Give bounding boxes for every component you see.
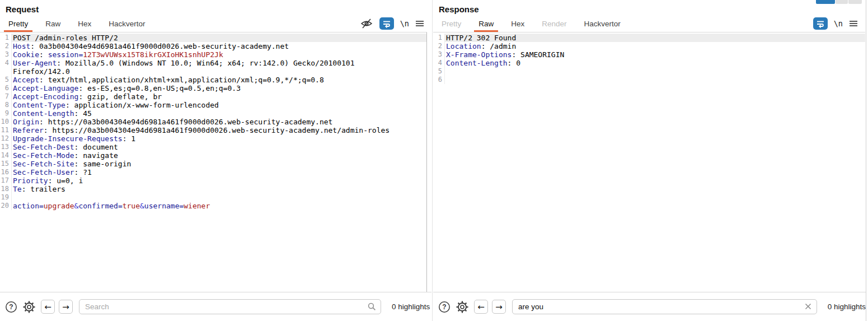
line-text: action=upgrade&confirmed=true&username=w… [12, 202, 426, 210]
response-title: Response [439, 4, 479, 14]
line-number: 4 [433, 59, 445, 67]
soft-wrap-icon[interactable] [813, 17, 828, 30]
tab-hackvertor[interactable]: Hackvertor [579, 17, 626, 32]
editor-line[interactable]: 1HTTP/2 302 Found [433, 34, 865, 42]
editor-line[interactable]: 6Accept-Language: es-ES,es;q=0.8,en-US;q… [0, 84, 426, 92]
editor-line[interactable]: 10Origin: https://0a3b004304e94d6981a461… [0, 118, 426, 126]
line-text: Te: trailers [12, 185, 426, 193]
response-highlights-count: 0 highlights [828, 303, 866, 311]
line-text: Sec-Fetch-User: ?1 [12, 168, 426, 176]
line-number: 6 [433, 76, 445, 84]
line-text: Accept-Encoding: gzip, deflate, br [12, 92, 426, 101]
editor-line[interactable]: 7Accept-Encoding: gzip, deflate, br [0, 92, 426, 101]
line-text: Host: 0a3b004304e94d6981a461f9000d0026.w… [12, 42, 426, 50]
line-text: Sec-Fetch-Dest: document [12, 143, 426, 151]
help-icon[interactable]: ? [5, 301, 17, 313]
editor-line[interactable]: 15Sec-Fetch-Site: same-origin [0, 160, 426, 168]
svg-text:?: ? [9, 303, 13, 311]
show-newlines-icon[interactable]: \n [834, 19, 843, 28]
eye-off-icon[interactable] [360, 18, 373, 29]
editor-line[interactable]: Firefox/142.0 [0, 67, 426, 76]
tab-raw[interactable]: Raw [40, 17, 65, 32]
line-number: 14 [0, 151, 12, 160]
editor-line[interactable]: 6 [433, 76, 865, 84]
editor-line[interactable]: 1POST /admin-roles HTTP/2 [0, 34, 426, 42]
line-text [445, 67, 865, 76]
pane-layout-switcher [816, 0, 862, 4]
line-text: Content-Type: application/x-www-form-url… [12, 101, 426, 109]
search-prev-button[interactable]: ← [474, 300, 488, 314]
line-number: 12 [0, 134, 12, 143]
line-text: User-Agent: Mozilla/5.0 (Windows NT 10.0… [12, 59, 426, 67]
request-search-input[interactable] [79, 299, 381, 314]
line-text [445, 76, 865, 84]
line-number: 6 [0, 84, 12, 92]
editor-line[interactable]: 4User-Agent: Mozilla/5.0 (Windows NT 10.… [0, 59, 426, 67]
line-number: 17 [0, 176, 12, 185]
search-prev-button[interactable]: ← [41, 300, 55, 314]
editor-line[interactable]: 3X-Frame-Options: SAMEORIGIN [433, 50, 865, 59]
editor-line[interactable]: 19 [0, 193, 426, 202]
editor-line[interactable]: 18Te: trailers [0, 185, 426, 193]
editor-line[interactable]: 13Sec-Fetch-Dest: document [0, 143, 426, 151]
line-number: 3 [433, 50, 445, 59]
response-editor-icons: \n [813, 17, 858, 30]
soft-wrap-icon[interactable] [379, 17, 394, 30]
line-text: Priority: u=0, i [12, 176, 426, 185]
line-number: 4 [0, 59, 12, 67]
editor-menu-icon[interactable] [849, 20, 858, 27]
tab-hex[interactable]: Hex [506, 17, 529, 32]
request-highlights-count: 0 highlights [392, 303, 430, 311]
window-border [866, 0, 866, 321]
request-tabs: PrettyRawHexHackvertor [3, 17, 158, 32]
editor-line[interactable]: 11Referer: https://0a3b004304e94d6981a46… [0, 126, 426, 134]
request-search-toolbar: ? ← → [0, 292, 431, 321]
show-newlines-icon[interactable]: \n [400, 19, 409, 28]
tab-pretty[interactable]: Pretty [3, 17, 33, 32]
editor-menu-icon[interactable] [415, 20, 424, 27]
response-search-input[interactable] [512, 299, 817, 314]
editor-line[interactable]: 5Accept: text/html,application/xhtml+xml… [0, 76, 426, 84]
line-text: Accept-Language: es-ES,es;q=0.8,en-US;q=… [12, 84, 426, 92]
editor-line[interactable]: 16Sec-Fetch-User: ?1 [0, 168, 426, 176]
editor-line[interactable]: 17Priority: u=0, i [0, 176, 426, 185]
tab-hex[interactable]: Hex [73, 17, 96, 32]
tab-hackvertor[interactable]: Hackvertor [104, 17, 150, 32]
line-text: HTTP/2 302 Found [445, 34, 865, 42]
help-icon[interactable]: ? [438, 301, 451, 313]
layout-option-button[interactable] [836, 0, 848, 4]
editor-line[interactable]: 8Content-Type: application/x-www-form-ur… [0, 101, 426, 109]
editor-line[interactable]: 12Upgrade-Insecure-Requests: 1 [0, 134, 426, 143]
tab-raw[interactable]: Raw [473, 17, 499, 32]
editor-line[interactable]: 5 [433, 67, 865, 76]
editor-line[interactable]: 9Content-Length: 45 [0, 109, 426, 118]
line-number: 11 [0, 126, 12, 134]
response-panel: Response PrettyRawHexRenderHackvertor \n… [433, 0, 866, 321]
editor-line[interactable]: 2Host: 0a3b004304e94d6981a461f9000d0026.… [0, 42, 426, 50]
line-text: Content-Length: 0 [445, 59, 865, 67]
request-editor[interactable]: 1POST /admin-roles HTTP/22Host: 0a3b0043… [0, 32, 427, 292]
line-text: Content-Length: 45 [12, 109, 426, 118]
search-next-button[interactable]: → [492, 300, 506, 314]
panel-divider[interactable] [432, 0, 433, 321]
line-number: 8 [0, 101, 12, 109]
settings-gear-icon[interactable] [456, 300, 469, 314]
editor-line[interactable]: 14Sec-Fetch-Mode: navigate [0, 151, 426, 160]
request-title: Request [6, 4, 39, 14]
search-next-button[interactable]: → [59, 300, 73, 314]
editor-line[interactable]: 20action=upgrade&confirmed=true&username… [0, 202, 426, 210]
editor-line[interactable]: 3Cookie: session=12T3wVUWsx15T8ikrGXIoHK… [0, 50, 426, 59]
line-number: 15 [0, 160, 12, 168]
request-panel: Request PrettyRawHexHackvertor \n [0, 0, 431, 321]
layout-option-button[interactable] [816, 0, 835, 4]
settings-gear-icon[interactable] [22, 300, 36, 314]
svg-text:?: ? [442, 303, 446, 311]
line-number: 13 [0, 143, 12, 151]
response-search [512, 299, 817, 314]
response-editor[interactable]: 1HTTP/2 302 Found2Location: /admin3X-Fra… [433, 32, 865, 292]
editor-line[interactable]: 2Location: /admin [433, 42, 865, 50]
editor-line[interactable]: 4Content-Length: 0 [433, 59, 865, 67]
line-text: Location: /admin [445, 42, 865, 50]
layout-option-button[interactable] [848, 0, 862, 4]
clear-search-icon[interactable] [804, 303, 812, 313]
